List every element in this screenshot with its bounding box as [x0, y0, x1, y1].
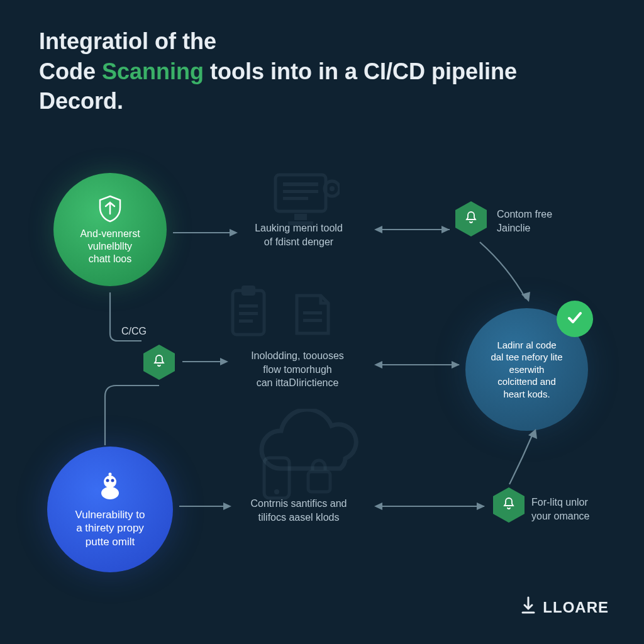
- arrow-hex3-to-blue2: [497, 428, 541, 487]
- label-right-top: Contom free Jainclie: [497, 208, 585, 235]
- shield-icon: [95, 194, 125, 224]
- node-vulnerability-chat: And-vennerst vulnelbllty chatt loos: [53, 173, 167, 286]
- bell-icon: [501, 496, 516, 514]
- clipboard-icon: [226, 283, 277, 345]
- diagram-title: Integratiol of the Code Scanning tools i…: [39, 26, 605, 116]
- arrow-hex1-to-blue: [97, 382, 167, 452]
- logo-text: LLOARE: [543, 599, 609, 616]
- svg-rect-11: [239, 312, 258, 315]
- robot-icon: [94, 470, 126, 503]
- title-line-3: Decord.: [39, 86, 605, 116]
- hex-badge-top-right: [455, 201, 487, 236]
- svg-rect-17: [308, 472, 330, 492]
- document-stack-icon: [284, 286, 341, 345]
- svg-point-16: [274, 489, 279, 494]
- svg-rect-3: [283, 197, 308, 200]
- arrow-hex2-to-blue2: [477, 239, 533, 308]
- svg-marker-35: [223, 502, 231, 510]
- arrow-green-to-topmid: [170, 223, 239, 242]
- svg-rect-12: [239, 319, 253, 323]
- svg-rect-13: [303, 311, 322, 314]
- hex-badge-bot-right: [493, 487, 525, 523]
- svg-rect-10: [239, 304, 258, 308]
- arrow-blue-to-botmid: [176, 497, 233, 516]
- arrow-green-to-hex1: [104, 289, 160, 346]
- check-icon: [565, 308, 585, 330]
- bell-icon: [464, 210, 479, 228]
- svg-point-7: [330, 186, 335, 191]
- svg-marker-40: [528, 429, 537, 439]
- svg-point-18: [104, 475, 116, 488]
- arrow-topmid-to-hex2: [371, 220, 453, 239]
- title-line-1: Integratiol of the: [39, 26, 605, 57]
- svg-marker-30: [220, 358, 228, 365]
- arrow-mid-to-blue2: [371, 355, 465, 374]
- svg-rect-1: [283, 182, 318, 186]
- svg-marker-33: [452, 361, 460, 369]
- svg-point-19: [106, 479, 109, 482]
- svg-rect-2: [283, 190, 318, 193]
- svg-marker-28: [441, 226, 450, 233]
- hex-badge-cicg: [143, 345, 175, 380]
- label-top-mid: Lauking menri toold of fdisnt denger: [239, 221, 358, 248]
- arrow-hex1-to-mid: [179, 352, 230, 371]
- svg-rect-9: [242, 286, 255, 296]
- label-mid: Inolodding, toouoses flow tomorhugh can …: [231, 349, 364, 390]
- title-line-2: Code Scanning tools into in a CI/CD pipe…: [39, 57, 605, 87]
- svg-point-21: [101, 487, 119, 499]
- bell-icon: [152, 353, 167, 371]
- brand-logo: LLOARE: [520, 596, 609, 619]
- svg-marker-37: [374, 502, 382, 510]
- svg-point-22: [109, 473, 112, 476]
- lock-icon: [302, 453, 336, 499]
- logo-icon: [520, 596, 536, 619]
- arrow-botmid-to-hex3: [371, 497, 491, 516]
- label-bot-mid: Contrnis santifics and tilifocs aasel kl…: [233, 497, 365, 524]
- check-badge: [557, 301, 593, 337]
- svg-marker-25: [230, 229, 238, 236]
- svg-rect-14: [303, 319, 322, 322]
- node-vulnerability-party: Vulnerability to a thirety propy putte o…: [47, 447, 173, 572]
- label-right-bot: For-litq unlor your omance: [531, 496, 613, 523]
- svg-marker-32: [374, 361, 382, 369]
- svg-marker-27: [374, 226, 382, 233]
- svg-point-20: [111, 479, 114, 482]
- svg-rect-4: [294, 214, 307, 220]
- svg-marker-38: [477, 502, 485, 510]
